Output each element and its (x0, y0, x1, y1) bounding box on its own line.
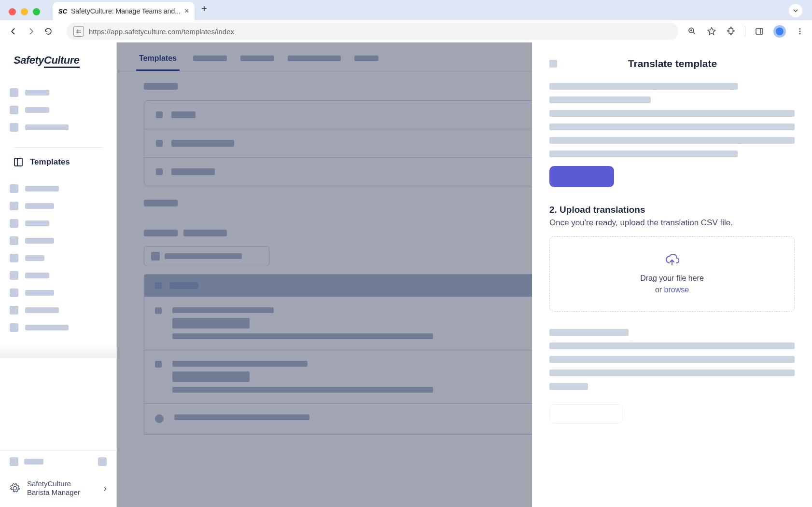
window-controls (6, 8, 46, 20)
back-button[interactable] (7, 25, 20, 38)
svg-point-2 (799, 28, 801, 30)
sidebar-item-skeleton (10, 123, 107, 132)
extensions-icon[interactable] (726, 26, 736, 37)
cloud-upload-icon (665, 254, 679, 267)
translate-template-panel: Translate template 2. Upload translation… (532, 42, 812, 507)
zoom-icon[interactable] (687, 26, 698, 37)
svg-rect-5 (14, 158, 22, 166)
sidebar-separator (14, 147, 103, 148)
dropzone-text-line1: Drag your file here (560, 273, 784, 284)
sidebar-bottom: SafetyCulture Barista Manager › (0, 450, 116, 507)
chevron-right-icon: › (104, 483, 107, 493)
dropzone-text-line2: or browse (560, 284, 784, 296)
kebab-menu-icon[interactable] (795, 26, 805, 37)
browser-chrome: SC SafetyCulture: Manage Teams and... × … (0, 0, 812, 42)
logo-text: SafetyCulture (14, 54, 80, 66)
sidebar-item-skeleton (10, 106, 107, 114)
svg-point-4 (799, 33, 801, 35)
browse-link[interactable]: browse (664, 286, 689, 294)
panel-title: Translate template (570, 58, 775, 69)
panel-step1-skeleton (549, 83, 795, 157)
tab-close-icon[interactable]: × (184, 7, 189, 15)
avatar-icon (776, 27, 784, 35)
bookmark-icon[interactable] (706, 26, 717, 37)
step2-title: 2. Upload translations (549, 205, 795, 215)
sidepanel-icon[interactable] (754, 26, 765, 37)
svg-rect-1 (756, 28, 763, 34)
account-name: SafetyCulture Barista Manager (27, 480, 97, 498)
sidebar-item-skeleton (10, 323, 107, 332)
tab-strip: SC SafetyCulture: Manage Teams and... × … (0, 0, 812, 20)
panel-step3-skeleton (549, 329, 795, 425)
divider (745, 26, 745, 37)
file-dropzone[interactable]: Drag your file here or browse (549, 236, 795, 312)
sidebar-templates-label: Templates (30, 157, 70, 167)
step2-description: Once you're ready, upload the translatio… (549, 218, 795, 228)
main-content: Templates (117, 42, 812, 507)
browser-tab[interactable]: SC SafetyCulture: Manage Teams and... × (53, 2, 195, 20)
sidebar-item-skeleton (10, 88, 107, 97)
sidebar-item-skeleton (10, 306, 107, 315)
tab-title: SafetyCulture: Manage Teams and... (71, 7, 181, 15)
browser-toolbar: https://app.safetyculture.com/templates/… (0, 20, 812, 42)
sidebar-bottom-skeleton-row (0, 451, 116, 473)
sidebar-items-mid (0, 173, 116, 343)
app-root: SafetyCulture Templates (0, 42, 812, 507)
chevron-down-icon (793, 8, 798, 14)
gear-icon (10, 483, 20, 493)
maximize-window-button[interactable] (33, 8, 40, 15)
close-window-button[interactable] (9, 8, 16, 15)
tab-favicon-icon: SC (58, 7, 67, 15)
reload-button[interactable] (42, 25, 55, 38)
sidebar: SafetyCulture Templates (0, 42, 117, 507)
logo: SafetyCulture (0, 42, 116, 77)
sidebar-item-skeleton (10, 202, 107, 210)
templates-icon (14, 157, 23, 167)
ghost-button-skeleton (549, 404, 623, 424)
toolbar-right (687, 25, 805, 38)
minimize-window-button[interactable] (21, 8, 28, 15)
download-csv-button[interactable] (549, 166, 614, 187)
panel-header: Translate template (549, 58, 795, 69)
svg-point-3 (799, 31, 801, 32)
sidebar-item-skeleton (10, 236, 107, 245)
new-tab-button[interactable]: + (195, 0, 214, 17)
forward-button[interactable] (24, 25, 38, 38)
sidebar-item-skeleton (10, 184, 107, 193)
panel-close-skeleton (549, 60, 557, 68)
sidebar-item-skeleton (10, 271, 107, 280)
sidebar-shadow (0, 343, 116, 358)
tabs-dropdown-button[interactable] (789, 4, 802, 17)
sidebar-items-top (0, 77, 116, 143)
site-settings-icon[interactable] (73, 26, 84, 37)
sidebar-account-switcher[interactable]: SafetyCulture Barista Manager › (0, 473, 116, 507)
url-text: https://app.safetyculture.com/templates/… (89, 27, 234, 36)
sidebar-item-skeleton (10, 219, 107, 228)
sidebar-item-skeleton (10, 254, 107, 262)
sidebar-item-templates[interactable]: Templates (0, 151, 116, 173)
profile-avatar[interactable] (773, 25, 786, 38)
address-bar[interactable]: https://app.safetyculture.com/templates/… (67, 23, 678, 40)
sidebar-item-skeleton (10, 288, 107, 297)
